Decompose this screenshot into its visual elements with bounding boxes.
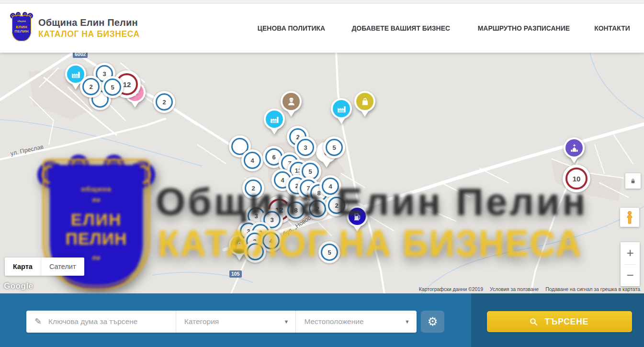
- municipality-crest-icon: община ЕЛИН ПЕЛИН: [11, 14, 33, 43]
- nav-add-business[interactable]: ДОБАВЕТЕ ВАШИЯТ БИЗНЕС: [351, 24, 450, 33]
- map-cluster[interactable]: 2: [153, 91, 175, 113]
- chevron-down-icon: ▼: [405, 319, 410, 325]
- crest-name-line1: ЕЛИН: [11, 25, 33, 29]
- header: община ЕЛИН ПЕЛИН Община Елин Пелин КАТА…: [0, 4, 644, 53]
- terms-link[interactable]: Условия за ползване: [490, 286, 539, 292]
- factory-pin[interactable]: [264, 109, 285, 136]
- search-button-label: ТЪРСЕНЕ: [545, 316, 588, 327]
- map-cluster[interactable]: 5: [323, 136, 345, 158]
- map-cluster[interactable]: [244, 241, 266, 263]
- map-cluster[interactable]: 3: [294, 136, 316, 158]
- nav-pricing[interactable]: ЦЕНОВА ПОЛИТИКА: [258, 24, 325, 33]
- gear-icon: ⚙: [428, 315, 438, 328]
- search-bar: ✎ Категория ▼ Местоположение ▼ ⚙ ТЪРСЕНЕ: [0, 293, 644, 347]
- factory-pin[interactable]: [331, 98, 352, 126]
- map-cluster[interactable]: 2: [306, 198, 328, 220]
- map-cluster[interactable]: 2: [80, 76, 102, 98]
- street-view-pegman[interactable]: [620, 208, 639, 227]
- map-cluster[interactable]: 2: [326, 194, 348, 216]
- main-nav: ЦЕНОВА ПОЛИТИКА ДОБАВЕТЕ ВАШИЯТ БИЗНЕС М…: [254, 24, 632, 33]
- map-type-map-button[interactable]: Карта: [5, 257, 41, 276]
- category-select[interactable]: Категория ▼: [176, 311, 296, 333]
- map-cluster[interactable]: 10: [563, 165, 590, 192]
- map-cluster[interactable]: 8: [285, 199, 307, 221]
- pencil-icon: ✎: [34, 316, 42, 327]
- report-error-link[interactable]: Подаване на сигнал за грешка в картата: [545, 286, 640, 292]
- map-cluster[interactable]: 5: [102, 76, 124, 98]
- map-cluster[interactable]: 4: [241, 149, 263, 171]
- google-logo[interactable]: Google: [4, 281, 34, 291]
- zoom-out-button[interactable]: −: [621, 265, 640, 287]
- map-cluster[interactable]: 4: [319, 175, 341, 197]
- site-title: Община Елин Пелин: [38, 17, 140, 28]
- nav-bus-schedule[interactable]: МАРШРУТНО РАЗПИСАНИЕ: [478, 24, 570, 33]
- search-fields: ✎ Категория ▼ Местоположение ▼: [26, 311, 417, 333]
- attribution-data: Картографски данни ©2019: [419, 286, 483, 292]
- page: община ЕЛИН ПЕЛИН Община Елин Пелин КАТА…: [0, 0, 644, 347]
- map-canvas[interactable]: 60023105ул. Преславбул. „Новоселци“ци“ 3…: [0, 53, 644, 293]
- site-logo[interactable]: община ЕЛИН ПЕЛИН Община Елин Пелин КАТА…: [11, 14, 140, 43]
- search-button[interactable]: ТЪРСЕНЕ: [487, 311, 632, 332]
- bag-pin[interactable]: [354, 91, 375, 119]
- search-icon: [529, 317, 538, 326]
- category-placeholder: Категория: [184, 317, 219, 326]
- map-cluster[interactable]: 2: [242, 177, 264, 199]
- lock-icon: [629, 177, 637, 185]
- chevron-down-icon: ▼: [284, 319, 289, 325]
- zoom-in-button[interactable]: +: [621, 242, 640, 264]
- advanced-settings-button[interactable]: ⚙: [421, 311, 444, 333]
- location-select[interactable]: Местоположение ▼: [296, 311, 417, 333]
- location-placeholder: Местоположение: [304, 317, 363, 326]
- keyword-input[interactable]: [47, 317, 176, 326]
- map-cluster[interactable]: 5: [318, 241, 340, 263]
- church-pin[interactable]: [564, 137, 585, 165]
- nav-contacts[interactable]: КОНТАКТИ: [594, 24, 630, 33]
- keyword-field: ✎: [26, 311, 176, 333]
- lock-control[interactable]: [625, 173, 641, 189]
- fuel-pin[interactable]: [347, 206, 368, 234]
- zoom-control: + −: [621, 242, 640, 286]
- crest-name-line2: ПЕЛИН: [11, 30, 33, 34]
- map-type-satellite-button[interactable]: Сателит: [41, 257, 84, 276]
- map-attribution: Картографски данни ©2019 Условия за полз…: [419, 286, 640, 292]
- pegman-icon: [624, 211, 635, 224]
- map-type-control: Карта Сателит: [5, 257, 84, 276]
- site-subtitle: КАТАЛОГ НА БИЗНЕСА: [38, 29, 140, 39]
- map-markers-layer: 32125223546713542278422128333834510: [0, 53, 644, 293]
- crest-top-text: община: [11, 21, 33, 23]
